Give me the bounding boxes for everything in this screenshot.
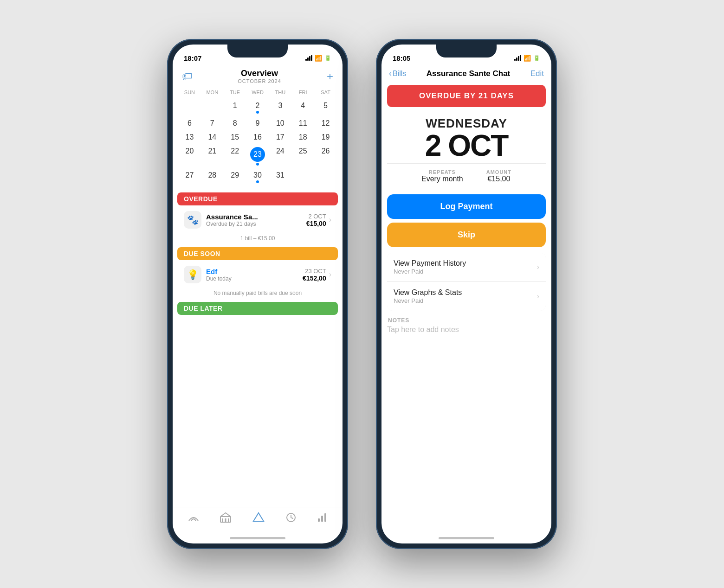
view-graphs-stats-content: View Graphs & Stats Never Paid	[394, 288, 537, 304]
bill-details-edf: Edf Due today	[206, 268, 303, 282]
nav-bar: ‹ Bills Assurance Sante Chat Edit	[381, 67, 551, 83]
cal-cell[interactable]: 12	[314, 116, 337, 130]
bill-date-edf: 23 OCT	[303, 268, 326, 275]
nav-item-balance[interactable]	[252, 512, 265, 523]
cal-cell[interactable]: 14	[201, 130, 224, 144]
cal-cell[interactable]: 9	[246, 116, 269, 130]
cal-fri: FRI	[291, 89, 314, 96]
add-button[interactable]: +	[327, 70, 333, 83]
nav-item-stats[interactable]	[317, 512, 328, 523]
cal-cell[interactable]: 7	[201, 116, 224, 130]
notes-section: NOTES Tap here to add notes	[387, 317, 546, 334]
time-2: 18:05	[393, 54, 410, 62]
svg-rect-2	[225, 518, 226, 522]
notch-2	[436, 45, 497, 58]
bill-name-edf: Edf	[206, 268, 303, 275]
cal-cell[interactable]: 24	[269, 144, 291, 168]
signal-icon-2	[514, 55, 521, 61]
cal-cell[interactable]: 5	[314, 99, 337, 116]
cal-cell[interactable]: 10	[269, 116, 291, 130]
repeats-item: REPEATS Every month	[421, 169, 463, 183]
repeats-value: Every month	[421, 175, 463, 183]
cal-cell-today[interactable]: 23	[246, 144, 269, 168]
cal-cell[interactable]: 27	[178, 168, 201, 186]
repeats-label: REPEATS	[421, 169, 463, 175]
chevron-right-icon-history: ›	[537, 263, 539, 271]
edit-button[interactable]: Edit	[530, 69, 544, 78]
cal-cell[interactable]: 4	[291, 99, 314, 116]
cal-cell[interactable]: 21	[201, 144, 224, 168]
repeats-amount-row: REPEATS Every month AMOUNT €15,00	[381, 164, 551, 191]
svg-rect-1	[222, 518, 223, 522]
date-day-month: 2 OCT	[381, 131, 551, 160]
cal-cell-2[interactable]: 2	[246, 99, 269, 116]
cal-cell[interactable]: 31	[269, 168, 291, 186]
no-manual-bills-label: No manually paid bills are due soon	[173, 288, 343, 299]
cal-thu: THU	[269, 89, 291, 96]
signal-icon	[305, 55, 312, 61]
cal-cell[interactable]: 29	[224, 168, 246, 186]
chevron-right-icon: ›	[329, 216, 331, 224]
amount-item: AMOUNT €15,00	[486, 169, 511, 183]
battery-icon-2: 🔋	[533, 55, 540, 61]
bill-amount-edf: 23 OCT €152,00	[303, 268, 326, 282]
cal-cell[interactable]: 25	[291, 144, 314, 168]
due-soon-bill-item[interactable]: 💡 Edf Due today 23 OCT €152,00 ›	[177, 262, 338, 287]
bill-subtext-edf: Due today	[206, 275, 303, 282]
cal-sun: SUN	[178, 89, 201, 96]
cal-cell[interactable]: 19	[314, 130, 337, 144]
cal-cell[interactable]: 3	[269, 99, 291, 116]
cal-cell[interactable]: 15	[224, 130, 246, 144]
cal-cell[interactable]	[201, 99, 224, 116]
cal-cell[interactable]: 28	[201, 168, 224, 186]
cal-cell[interactable]: 17	[269, 130, 291, 144]
back-button[interactable]: ‹ Bills	[389, 69, 406, 78]
cal-cell-30[interactable]: 30	[246, 168, 269, 186]
nav-item-bank[interactable]	[220, 512, 232, 523]
overview-header: 🏷 Overview OCTOBER 2024 +	[173, 67, 343, 89]
cal-cell[interactable]: 20	[178, 144, 201, 168]
notes-label: NOTES	[387, 317, 546, 324]
cal-cell[interactable]: 18	[291, 130, 314, 144]
cal-cell[interactable]: 11	[291, 116, 314, 130]
bill-subtext-assurance: Overdue by 21 days	[206, 221, 306, 227]
amount-label: AMOUNT	[486, 169, 511, 175]
cal-cell[interactable]	[291, 168, 314, 186]
notch-1	[227, 45, 288, 58]
notes-placeholder[interactable]: Tap here to add notes	[387, 326, 546, 334]
bill-icon-edf: 💡	[184, 266, 201, 283]
view-payment-history-row[interactable]: View Payment History Never Paid ›	[387, 253, 546, 281]
cal-cell[interactable]: 22	[224, 144, 246, 168]
home-indicator-2	[381, 532, 551, 543]
phone-1: 18:07 📶 🔋 🏷 Overview OCTOBER 2024	[167, 39, 348, 549]
bill-amount-assurance: 2 OCT €15,00	[306, 213, 326, 227]
cal-sat: SAT	[314, 89, 337, 96]
nav-title: Assurance Sante Chat	[427, 69, 510, 78]
cal-cell[interactable]: 6	[178, 116, 201, 130]
log-payment-button[interactable]: Log Payment	[387, 194, 546, 219]
battery-icon: 🔋	[324, 55, 331, 61]
cal-cell[interactable]: 8	[224, 116, 246, 130]
view-graphs-stats-title: View Graphs & Stats	[394, 288, 537, 297]
chevron-right-icon-stats: ›	[537, 292, 539, 300]
bill-date-assurance: 2 OCT	[306, 213, 326, 220]
view-payment-history-title: View Payment History	[394, 259, 537, 268]
back-chevron-icon: ‹	[389, 69, 392, 78]
cal-cell[interactable]: 1	[224, 99, 246, 116]
nav-item-history[interactable]	[285, 512, 297, 523]
wifi-icon: 📶	[315, 55, 322, 62]
home-indicator-1	[173, 532, 343, 543]
action-list: View Payment History Never Paid › View G…	[387, 253, 546, 311]
cal-cell[interactable]: 13	[178, 130, 201, 144]
tag-icon[interactable]: 🏷	[182, 70, 192, 83]
overview-title-text: Overview	[238, 69, 281, 78]
cal-cell[interactable]: 26	[314, 144, 337, 168]
skip-button[interactable]: Skip	[387, 223, 546, 247]
nav-item-overview[interactable]	[187, 512, 200, 523]
date-day: 2	[425, 129, 441, 162]
cal-cell[interactable]	[178, 99, 201, 116]
overdue-bill-item[interactable]: 🐾 Assurance Sa... Overdue by 21 days 2 O…	[177, 207, 338, 232]
cal-cell[interactable]: 16	[246, 130, 269, 144]
cal-cell[interactable]	[314, 168, 337, 186]
view-graphs-stats-row[interactable]: View Graphs & Stats Never Paid ›	[387, 281, 546, 311]
